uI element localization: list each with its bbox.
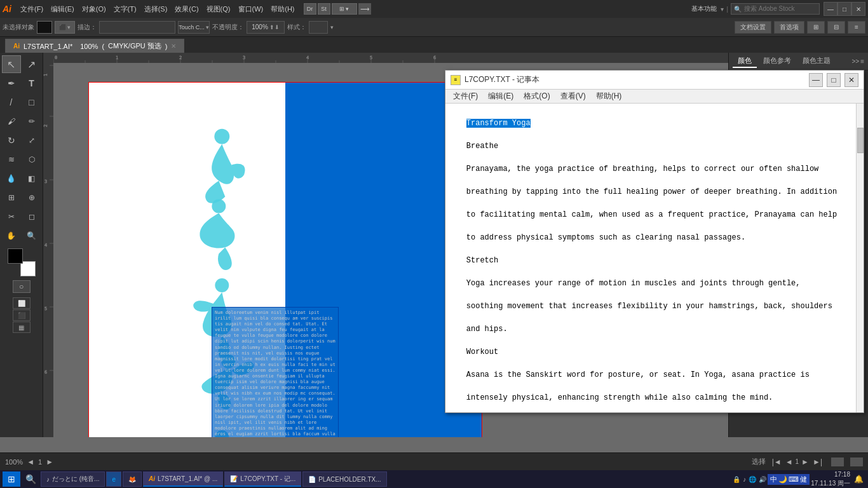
np-menu-help[interactable]: 帮助(H) — [591, 90, 627, 103]
svg-text:4: 4 — [306, 55, 309, 60]
menu-view[interactable]: 视图(Q) — [203, 3, 234, 15]
np-menu-format[interactable]: 格式(O) — [519, 90, 555, 103]
more-btn[interactable]: ≡ — [848, 21, 865, 34]
view-toggle[interactable]: ⊞ ▾ — [332, 3, 357, 15]
arrange-btn[interactable]: ⊞ — [807, 21, 825, 34]
sys-icon-3[interactable]: 🌐 — [749, 476, 756, 483]
page-input[interactable]: 1 — [38, 458, 42, 466]
stroke-preview[interactable] — [99, 21, 175, 34]
opacity-input[interactable]: 100% ⬆⬇ — [247, 21, 285, 34]
touch-dropdown[interactable]: Touch C... ▾ — [178, 21, 210, 34]
panel-expand-btn[interactable]: >> — [851, 58, 859, 65]
notepad-restore-btn[interactable]: □ — [827, 73, 841, 87]
menu-effect[interactable]: 效果(C) — [171, 3, 202, 15]
rect-tool[interactable]: □ — [22, 93, 41, 111]
style-box[interactable] — [309, 21, 328, 34]
taskbar-edge-btn[interactable]: e — [106, 471, 121, 487]
notepad-text-area[interactable]: Transform Yoga Breathe Pranayama, the yo… — [445, 104, 864, 412]
menu-help[interactable]: 帮助(H) — [267, 3, 298, 15]
pencil-tool[interactable]: ✏ — [22, 112, 41, 130]
sys-icon-2[interactable]: ♪ — [743, 476, 746, 483]
arrange-icon[interactable]: ⟶ — [358, 3, 371, 15]
eyedrop-tool[interactable]: 💧 — [2, 170, 21, 187]
align-btn[interactable]: ⊟ — [827, 21, 845, 34]
taskbar-notepad-btn[interactable]: 📝 L7COPY.TXT - 记... — [224, 471, 301, 487]
scroll-thumb[interactable] — [857, 128, 864, 153]
minimize-btn[interactable]: — — [824, 2, 837, 16]
ime-panel[interactable]: 中 🌙 ⌨ 健 — [768, 474, 810, 485]
hand-tool[interactable]: ✋ — [2, 227, 21, 245]
plugin-icon-1[interactable]: Dr — [304, 3, 316, 15]
taskbar-search-btn[interactable]: 🔍 — [22, 471, 39, 487]
notepad-taskbar-label: L7COPY.TXT - 记... — [240, 475, 295, 484]
select-tool[interactable]: ↖ — [2, 55, 21, 73]
notification-btn[interactable]: 🔔 — [851, 472, 865, 486]
fill-mode-toggle[interactable]: ⬜ ⬛ ▦ — [13, 297, 31, 334]
stock-search-box[interactable]: 🔍 搜索 Adobe Stock — [731, 3, 820, 15]
blend-tool[interactable]: ⬡ — [22, 151, 41, 168]
first-page-btn[interactable]: |◄ — [771, 458, 783, 466]
line-tool[interactable]: / — [2, 93, 21, 111]
menu-window[interactable]: 窗口(W) — [234, 3, 268, 15]
taskbar-ai-btn[interactable]: Ai L7START_1.AI* @ ... — [143, 471, 223, 487]
direct-select-tool[interactable]: ↗ — [22, 55, 41, 73]
tab-color[interactable]: 颜色 — [733, 55, 757, 68]
doc-settings-btn[interactable]: 文档设置 — [735, 21, 771, 34]
preferences-btn[interactable]: 首选项 — [774, 21, 804, 34]
stroke-label: 描边： — [78, 23, 97, 32]
warp-tool[interactable]: ≋ — [2, 151, 21, 168]
menu-object[interactable]: 对象(O) — [78, 3, 110, 15]
scissors-tool[interactable]: ✂ — [2, 208, 21, 226]
taskbar-firefox-btn[interactable]: 🦊 — [123, 471, 142, 487]
next-page-btn[interactable]: ► — [800, 458, 810, 466]
tab-color-ref[interactable]: 颜色参考 — [758, 55, 796, 68]
ai-taskbar-icon: Ai — [149, 475, 155, 482]
fill-none-btn[interactable]: ○ — [13, 280, 31, 293]
document-tab[interactable]: Ai L7START_1.AI* 100% ( CMYK/GPU 预选 ) ✕ — [5, 39, 184, 53]
taskbar-music-btn[interactable]: ♪ だっとに (纯音... — [41, 471, 105, 487]
artwork[interactable]: Num doloreetum venim nisl illutpat ipit … — [88, 82, 482, 437]
panel-menu-btn[interactable]: ≡ — [860, 58, 864, 65]
close-btn[interactable]: ✕ — [851, 2, 865, 16]
menu-select[interactable]: 选择(S) — [140, 3, 172, 15]
tab-color-theme[interactable]: 颜色主题 — [797, 55, 836, 68]
plugin-icon-2[interactable]: St — [318, 3, 330, 15]
scale-tool[interactable]: ⤢ — [22, 132, 41, 149]
pen-tool[interactable]: ✒ — [2, 74, 21, 92]
np-menu-view[interactable]: 查看(V) — [555, 90, 591, 103]
fill-color-box[interactable] — [37, 21, 52, 34]
shape-build-tool[interactable]: ⊕ — [22, 189, 41, 207]
menu-edit[interactable]: 编辑(E) — [47, 3, 78, 15]
gradient-tool[interactable]: ◧ — [22, 170, 41, 187]
color-options[interactable]: ⬛ ▾ — [55, 21, 75, 34]
last-page-btn[interactable]: ►| — [811, 458, 824, 466]
mesh-tool[interactable]: ⊞ — [2, 189, 21, 207]
notepad-titlebar: ≡ L7COPY.TXT - 记事本 — □ ✕ — [445, 71, 864, 90]
menu-file[interactable]: 文件(F) — [17, 3, 47, 15]
zoom-tool[interactable]: 🔍 — [22, 227, 41, 245]
start-button[interactable]: ⊞ — [3, 471, 20, 487]
taskbar-placeholder-btn[interactable]: 📄 PLACEHOLDER.TX... — [302, 471, 386, 487]
prev-page-btn[interactable]: ◄ — [784, 458, 794, 466]
eraser-tool[interactable]: ◻ — [22, 208, 41, 226]
notepad-minimize-btn[interactable]: — — [809, 73, 823, 87]
brush-tool[interactable]: 🖌 — [2, 112, 21, 130]
nav-prev-btn[interactable]: ◄ — [25, 458, 36, 466]
sys-icon-4[interactable]: 🔊 — [759, 476, 766, 483]
sys-icon-1[interactable]: 🔒 — [733, 476, 740, 483]
type-tool[interactable]: T — [22, 74, 41, 92]
notepad-scrollbar[interactable] — [856, 104, 864, 412]
np-menu-file[interactable]: 文件(F) — [448, 90, 483, 103]
nav-next-btn[interactable]: ► — [44, 458, 55, 466]
workspace-preset[interactable]: 基本功能 — [688, 4, 721, 13]
restore-btn[interactable]: □ — [837, 2, 851, 16]
menu-text[interactable]: 文字(T) — [110, 3, 140, 15]
color-selector[interactable] — [8, 248, 36, 276]
zoom-control[interactable]: 100% ◄ 1 ► — [5, 458, 55, 466]
tab-close-btn[interactable]: ✕ — [171, 43, 176, 50]
np-menu-edit[interactable]: 编辑(E) — [483, 90, 519, 103]
rotate-tool[interactable]: ↻ — [2, 132, 21, 149]
notepad-close-btn[interactable]: ✕ — [844, 73, 858, 87]
foreground-color[interactable] — [8, 248, 23, 264]
clock[interactable]: 17:18 17.11.13 周一 — [811, 470, 850, 488]
